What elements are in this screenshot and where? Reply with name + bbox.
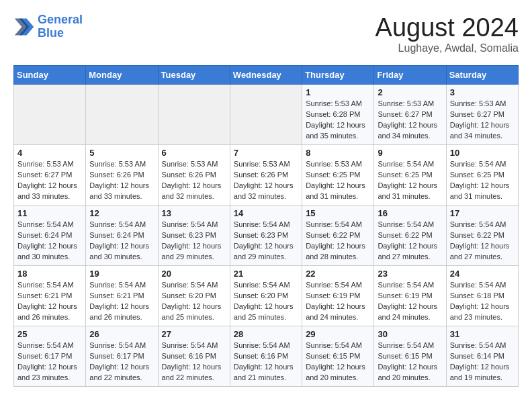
cell-info: Sunrise: 5:54 AM Sunset: 6:25 PM Dayligh… [450, 159, 515, 202]
cell-info: Sunrise: 5:54 AM Sunset: 6:19 PM Dayligh… [378, 280, 442, 323]
day-number: 13 [162, 208, 226, 218]
day-number: 7 [234, 148, 298, 158]
cell-info: Sunrise: 5:54 AM Sunset: 6:22 PM Dayligh… [306, 220, 370, 263]
title-block: August 2024 Lughaye, Awdal, Somalia [375, 13, 519, 54]
day-number: 28 [234, 329, 298, 339]
day-number: 29 [306, 329, 370, 339]
calendar-cell: 27Sunrise: 5:54 AM Sunset: 6:16 PM Dayli… [158, 326, 230, 387]
calendar-cell: 6Sunrise: 5:53 AM Sunset: 6:26 PM Daylig… [158, 145, 230, 205]
page-header: General Blue August 2024 Lughaye, Awdal,… [13, 13, 519, 54]
calendar-cell: 21Sunrise: 5:54 AM Sunset: 6:20 PM Dayli… [230, 266, 302, 326]
calendar-cell: 11Sunrise: 5:54 AM Sunset: 6:24 PM Dayli… [14, 205, 86, 266]
cell-info: Sunrise: 5:54 AM Sunset: 6:14 PM Dayligh… [450, 340, 515, 383]
day-number: 17 [450, 208, 515, 218]
day-number: 5 [89, 148, 154, 158]
month-title: August 2024 [375, 13, 519, 42]
calendar-cell: 22Sunrise: 5:54 AM Sunset: 6:19 PM Dayli… [302, 266, 374, 326]
logo-line1: General [38, 13, 83, 26]
day-number: 14 [234, 208, 298, 218]
week-row-0: 1Sunrise: 5:53 AM Sunset: 6:28 PM Daylig… [14, 85, 519, 145]
day-number: 8 [306, 148, 370, 158]
header-row: SundayMondayTuesdayWednesdayThursdayFrid… [14, 66, 519, 85]
cell-info: Sunrise: 5:54 AM Sunset: 6:21 PM Dayligh… [17, 280, 82, 323]
day-number: 11 [17, 208, 82, 218]
day-number: 22 [306, 269, 370, 279]
logo: General Blue [13, 13, 83, 40]
day-number: 26 [89, 329, 154, 339]
calendar-cell: 12Sunrise: 5:54 AM Sunset: 6:24 PM Dayli… [86, 205, 158, 266]
location: Lughaye, Awdal, Somalia [375, 42, 519, 54]
cell-info: Sunrise: 5:54 AM Sunset: 6:24 PM Dayligh… [89, 220, 154, 263]
cell-info: Sunrise: 5:54 AM Sunset: 6:20 PM Dayligh… [234, 280, 298, 323]
header-thursday: Thursday [302, 66, 374, 85]
cell-info: Sunrise: 5:54 AM Sunset: 6:25 PM Dayligh… [378, 159, 442, 202]
day-number: 10 [450, 148, 515, 158]
logo-line2: Blue [38, 26, 64, 40]
day-number: 12 [89, 208, 154, 218]
cell-info: Sunrise: 5:54 AM Sunset: 6:15 PM Dayligh… [378, 340, 442, 383]
cell-info: Sunrise: 5:53 AM Sunset: 6:26 PM Dayligh… [162, 159, 226, 202]
cell-info: Sunrise: 5:53 AM Sunset: 6:26 PM Dayligh… [89, 159, 154, 202]
cell-info: Sunrise: 5:53 AM Sunset: 6:25 PM Dayligh… [306, 159, 370, 202]
cell-info: Sunrise: 5:54 AM Sunset: 6:16 PM Dayligh… [162, 340, 226, 383]
header-monday: Monday [86, 66, 158, 85]
header-sunday: Sunday [14, 66, 86, 85]
calendar-cell: 31Sunrise: 5:54 AM Sunset: 6:14 PM Dayli… [446, 326, 518, 387]
calendar-cell: 18Sunrise: 5:54 AM Sunset: 6:21 PM Dayli… [14, 266, 86, 326]
calendar-table: SundayMondayTuesdayWednesdayThursdayFrid… [13, 65, 519, 387]
day-number: 25 [17, 329, 82, 339]
calendar-cell: 10Sunrise: 5:54 AM Sunset: 6:25 PM Dayli… [446, 145, 518, 205]
header-friday: Friday [374, 66, 446, 85]
calendar-cell: 1Sunrise: 5:53 AM Sunset: 6:28 PM Daylig… [302, 85, 374, 145]
day-number: 15 [306, 208, 370, 218]
week-row-3: 18Sunrise: 5:54 AM Sunset: 6:21 PM Dayli… [14, 266, 519, 326]
week-row-4: 25Sunrise: 5:54 AM Sunset: 6:17 PM Dayli… [14, 326, 519, 387]
week-row-1: 4Sunrise: 5:53 AM Sunset: 6:27 PM Daylig… [14, 145, 519, 205]
calendar-cell: 20Sunrise: 5:54 AM Sunset: 6:20 PM Dayli… [158, 266, 230, 326]
cell-info: Sunrise: 5:54 AM Sunset: 6:15 PM Dayligh… [306, 340, 370, 383]
calendar-cell: 14Sunrise: 5:54 AM Sunset: 6:23 PM Dayli… [230, 205, 302, 266]
cell-info: Sunrise: 5:54 AM Sunset: 6:18 PM Dayligh… [450, 280, 515, 323]
day-number: 30 [378, 329, 442, 339]
calendar-cell: 16Sunrise: 5:54 AM Sunset: 6:22 PM Dayli… [374, 205, 446, 266]
logo-text: General Blue [38, 13, 83, 40]
calendar-cell: 15Sunrise: 5:54 AM Sunset: 6:22 PM Dayli… [302, 205, 374, 266]
calendar-cell: 9Sunrise: 5:54 AM Sunset: 6:25 PM Daylig… [374, 145, 446, 205]
cell-info: Sunrise: 5:54 AM Sunset: 6:24 PM Dayligh… [17, 220, 82, 263]
cell-info: Sunrise: 5:53 AM Sunset: 6:26 PM Dayligh… [234, 159, 298, 202]
cell-info: Sunrise: 5:54 AM Sunset: 6:23 PM Dayligh… [234, 220, 298, 263]
cell-info: Sunrise: 5:54 AM Sunset: 6:17 PM Dayligh… [89, 340, 154, 383]
calendar-cell [230, 85, 302, 145]
day-number: 24 [450, 269, 515, 279]
calendar-cell [158, 85, 230, 145]
calendar-cell: 30Sunrise: 5:54 AM Sunset: 6:15 PM Dayli… [374, 326, 446, 387]
header-saturday: Saturday [446, 66, 518, 85]
cell-info: Sunrise: 5:53 AM Sunset: 6:27 PM Dayligh… [378, 99, 442, 142]
cell-info: Sunrise: 5:54 AM Sunset: 6:20 PM Dayligh… [162, 280, 226, 323]
day-number: 23 [378, 269, 442, 279]
header-wednesday: Wednesday [230, 66, 302, 85]
day-number: 20 [162, 269, 226, 279]
calendar-cell: 29Sunrise: 5:54 AM Sunset: 6:15 PM Dayli… [302, 326, 374, 387]
calendar-cell: 5Sunrise: 5:53 AM Sunset: 6:26 PM Daylig… [86, 145, 158, 205]
day-number: 31 [450, 329, 515, 339]
calendar-cell: 2Sunrise: 5:53 AM Sunset: 6:27 PM Daylig… [374, 85, 446, 145]
day-number: 27 [162, 329, 226, 339]
calendar-cell: 17Sunrise: 5:54 AM Sunset: 6:22 PM Dayli… [446, 205, 518, 266]
calendar-cell: 28Sunrise: 5:54 AM Sunset: 6:16 PM Dayli… [230, 326, 302, 387]
calendar-body: 1Sunrise: 5:53 AM Sunset: 6:28 PM Daylig… [14, 85, 519, 387]
day-number: 4 [17, 148, 82, 158]
day-number: 18 [17, 269, 82, 279]
calendar-cell: 26Sunrise: 5:54 AM Sunset: 6:17 PM Dayli… [86, 326, 158, 387]
cell-info: Sunrise: 5:53 AM Sunset: 6:27 PM Dayligh… [17, 159, 82, 202]
cell-info: Sunrise: 5:54 AM Sunset: 6:22 PM Dayligh… [378, 220, 442, 263]
logo-icon [13, 16, 35, 38]
day-number: 21 [234, 269, 298, 279]
header-tuesday: Tuesday [158, 66, 230, 85]
cell-info: Sunrise: 5:54 AM Sunset: 6:21 PM Dayligh… [89, 280, 154, 323]
cell-info: Sunrise: 5:54 AM Sunset: 6:17 PM Dayligh… [17, 340, 82, 383]
calendar-cell [14, 85, 86, 145]
calendar-cell: 7Sunrise: 5:53 AM Sunset: 6:26 PM Daylig… [230, 145, 302, 205]
day-number: 16 [378, 208, 442, 218]
cell-info: Sunrise: 5:54 AM Sunset: 6:22 PM Dayligh… [450, 220, 515, 263]
